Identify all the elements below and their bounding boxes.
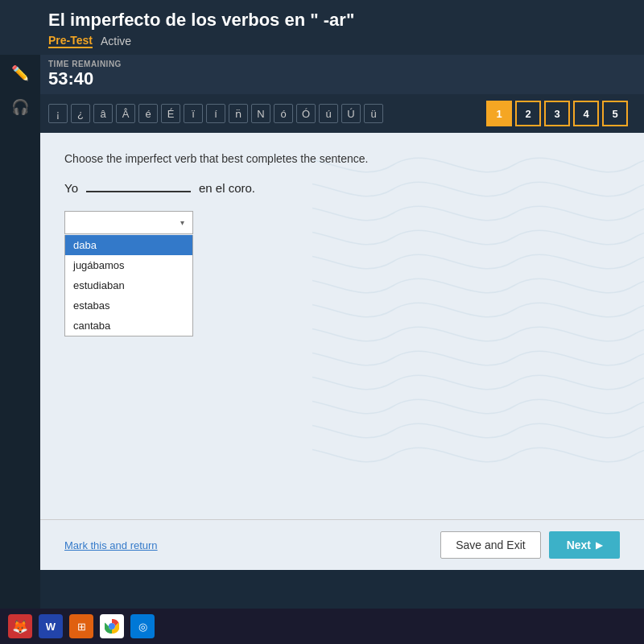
save-exit-button[interactable]: Save and Exit (440, 531, 540, 559)
dropdown-container: ▾ dabajugábamosestudiabanestabascantaba (64, 211, 193, 234)
special-char-btn[interactable]: ú (319, 104, 338, 123)
special-char-btn[interactable]: ¿ (71, 104, 90, 123)
taskbar-icon-edge[interactable]: ◎ (130, 614, 155, 638)
special-char-btn[interactable]: ó (274, 104, 293, 123)
mark-return-button[interactable]: Mark this and return (64, 539, 158, 551)
taskbar: 🦊 W ⊞ ◎ (0, 609, 644, 644)
main-content: Choose the imperfect verb that best comp… (40, 133, 644, 519)
question-nav: 12345 (486, 101, 628, 126)
bottom-bar: Mark this and return Save and Exit Next (40, 519, 644, 570)
timer-value: 53:40 (48, 68, 628, 89)
special-char-btn[interactable]: ¡ (48, 104, 68, 123)
next-button[interactable]: Next (549, 531, 620, 559)
taskbar-icon-windows[interactable]: ⊞ (69, 614, 93, 638)
instruction-text: Choose the imperfect verb that best comp… (64, 152, 620, 165)
sidebar-left: ✏️ 🎧 (0, 0, 40, 644)
svg-point-1 (109, 623, 115, 630)
special-char-btn[interactable]: Ó (296, 104, 316, 123)
special-char-btn[interactable]: ï (184, 104, 203, 123)
special-char-btn[interactable]: n̈ (229, 104, 248, 123)
headphone-icon[interactable]: 🎧 (11, 98, 29, 116)
taskbar-icon-word[interactable]: W (39, 614, 63, 638)
dropdown-option[interactable]: estabas (65, 295, 192, 316)
question-nav-btn-3[interactable]: 3 (544, 101, 570, 126)
question-nav-btn-5[interactable]: 5 (602, 101, 628, 126)
toolbar-bar: ¡¿âÂéÉïín̈NóÓúÚü 12345 (0, 94, 644, 133)
special-char-btn[interactable]: â (93, 104, 113, 123)
special-char-btn[interactable]: Â (116, 104, 135, 123)
sentence-after: en el coro. (199, 181, 255, 195)
pencil-icon[interactable]: ✏️ (11, 64, 29, 82)
dropdown-list: dabajugábamosestudiabanestabascantaba (64, 235, 193, 336)
special-char-btn[interactable]: É (161, 104, 180, 123)
dropdown-header[interactable]: ▾ (64, 211, 193, 234)
taskbar-icon-chrome[interactable] (100, 614, 124, 638)
taskbar-icon-fox[interactable]: 🦊 (8, 614, 32, 638)
active-label: Active (101, 35, 131, 47)
dropdown-option[interactable]: jugábamos (65, 255, 192, 275)
timer-label: TIME REMAINING (48, 60, 628, 68)
dropdown-selected (73, 217, 76, 229)
page-title: El imperfecto de los verbos en " -ar" (48, 10, 628, 31)
chevron-down-icon: ▾ (180, 218, 184, 227)
special-chars: ¡¿âÂéÉïín̈NóÓúÚü (48, 104, 383, 123)
blank-line (86, 191, 191, 192)
bottom-buttons: Save and Exit Next (440, 531, 620, 559)
dropdown-option[interactable]: estudiaban (65, 275, 192, 295)
header-subtitle: Pre-Test Active (48, 34, 628, 48)
special-char-btn[interactable]: Ú (341, 104, 361, 123)
special-char-btn[interactable]: í (206, 104, 225, 123)
question-nav-btn-2[interactable]: 2 (515, 101, 541, 126)
special-char-btn[interactable]: N (251, 104, 270, 123)
special-char-btn[interactable]: é (138, 104, 158, 123)
question-nav-btn-1[interactable]: 1 (486, 101, 512, 126)
special-char-btn[interactable]: ü (364, 104, 383, 123)
question-nav-btn-4[interactable]: 4 (573, 101, 599, 126)
dropdown-option[interactable]: daba (65, 235, 192, 255)
dropdown-option[interactable]: cantaba (65, 316, 192, 336)
pre-test-label: Pre-Test (48, 34, 93, 48)
sentence-before: Yo (64, 181, 78, 195)
header: El imperfecto de los verbos en " -ar" Pr… (0, 0, 644, 55)
sentence-area: Yo en el coro. (64, 181, 620, 195)
timer-bar: TIME REMAINING 53:40 (0, 55, 644, 94)
